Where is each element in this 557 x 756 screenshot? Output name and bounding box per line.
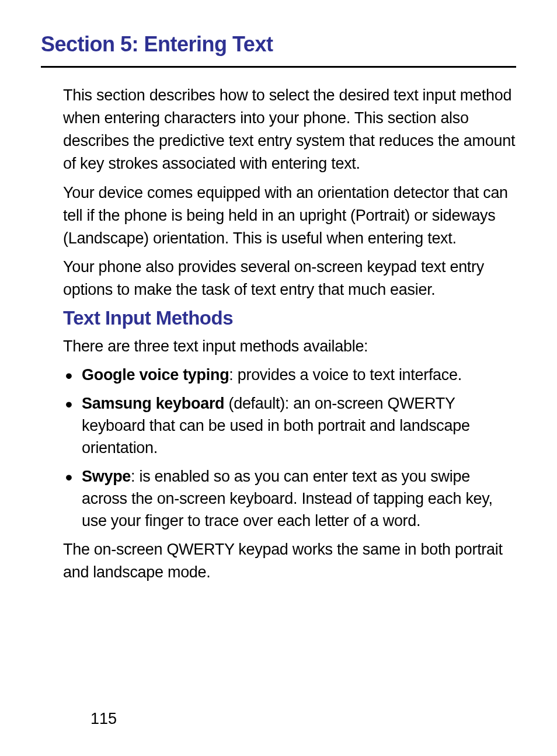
list-item-text: : provides a voice to text interface. bbox=[229, 366, 462, 384]
intro-paragraph-3: Your phone also provides several on-scre… bbox=[41, 256, 516, 301]
subheading-text-input-methods: Text Input Methods bbox=[41, 307, 516, 329]
intro-paragraph-1: This section describes how to select the… bbox=[41, 84, 516, 176]
list-item-bold: Google voice typing bbox=[82, 366, 229, 384]
list-item: Google voice typing: provides a voice to… bbox=[63, 364, 516, 386]
page-number: 115 bbox=[90, 710, 117, 728]
list-item: Swype: is enabled so as you can enter te… bbox=[63, 465, 516, 532]
intro-paragraph-2: Your device comes equipped with an orien… bbox=[41, 182, 516, 250]
list-item: Samsung keyboard (default): an on-screen… bbox=[63, 392, 516, 459]
list-item-bold: Samsung keyboard bbox=[82, 395, 224, 412]
list-item-text: : is enabled so as you can enter text as… bbox=[82, 468, 493, 530]
input-methods-list: Google voice typing: provides a voice to… bbox=[41, 364, 516, 532]
section-title: Section 5: Entering Text bbox=[41, 32, 516, 68]
list-item-bold: Swype bbox=[82, 468, 131, 485]
methods-intro-paragraph: There are three text input methods avail… bbox=[41, 335, 516, 358]
closing-paragraph: The on-screen QWERTY keypad works the sa… bbox=[41, 538, 516, 584]
